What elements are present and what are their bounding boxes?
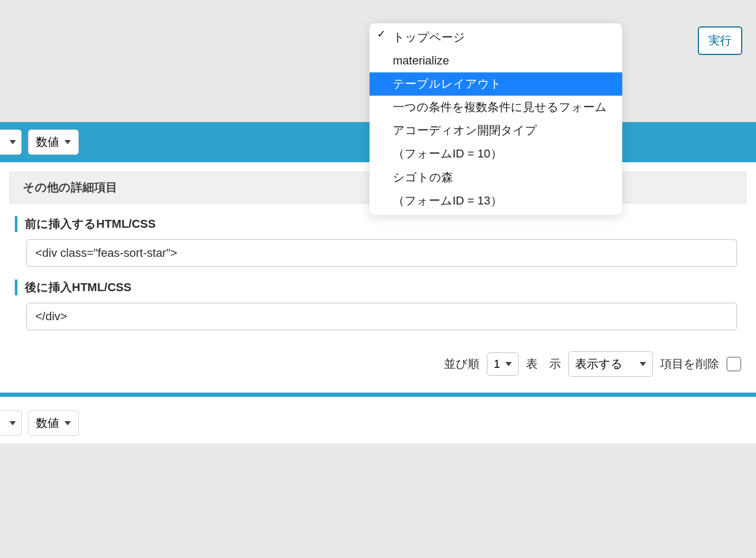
lower-select-numeric-label: 数値	[36, 415, 59, 431]
dropdown-item-5[interactable]: （フォームID = 10）	[370, 142, 622, 165]
dropdown-item-4[interactable]: アコーディオン開閉タイプ	[370, 119, 622, 142]
chevron-down-icon	[505, 362, 512, 366]
lower-select-left[interactable]	[0, 411, 22, 436]
field-before-input[interactable]	[26, 239, 737, 267]
field-after-label: 後に挿入HTML/CSS	[15, 280, 741, 295]
delete-label: 項目を削除	[660, 356, 719, 372]
delete-checkbox[interactable]	[726, 357, 741, 371]
dropdown-item-1[interactable]: materialize	[370, 49, 622, 72]
toolbar-bar-divider	[0, 393, 756, 397]
page-dropdown-menu[interactable]: トップページ materialize テーブルレイアウト 一つの条件を複数条件に…	[370, 23, 622, 215]
chevron-down-icon	[64, 421, 71, 425]
display-select[interactable]: 表示する	[568, 351, 653, 377]
dropdown-item-3[interactable]: 一つの条件を複数条件に見せるフォーム	[370, 96, 622, 119]
display-label: 表 示	[526, 356, 561, 372]
field-before-label: 前に挿入するHTML/CSS	[15, 216, 741, 232]
lower-select-numeric[interactable]: 数値	[28, 411, 79, 436]
bottom-controls: 並び順 1 表 示 表示する 項目を削除	[0, 330, 756, 393]
display-select-value: 表示する	[575, 356, 623, 372]
dropdown-item-0[interactable]: トップページ	[370, 23, 622, 49]
chevron-down-icon	[10, 140, 16, 144]
dropdown-item-7[interactable]: （フォームID = 13）	[370, 189, 622, 215]
dropdown-item-6[interactable]: シゴトの森	[370, 166, 622, 189]
field-after-input[interactable]	[26, 303, 737, 330]
toolbar-select-left[interactable]	[0, 129, 22, 155]
toolbar-select-numeric[interactable]: 数値	[28, 129, 79, 155]
chevron-down-icon	[640, 362, 646, 366]
dropdown-item-2[interactable]: テーブルレイアウト	[370, 72, 622, 96]
sort-select[interactable]: 1	[487, 352, 519, 376]
field-after-group: 後に挿入HTML/CSS	[0, 267, 756, 330]
sort-label: 並び順	[444, 356, 480, 372]
sort-select-value: 1	[494, 357, 500, 371]
toolbar-select-numeric-label: 数値	[36, 134, 59, 150]
execute-button[interactable]: 実行	[698, 26, 742, 55]
chevron-down-icon	[64, 140, 71, 144]
chevron-down-icon	[10, 421, 16, 425]
toolbar-bar-lower: 数値	[0, 403, 756, 443]
